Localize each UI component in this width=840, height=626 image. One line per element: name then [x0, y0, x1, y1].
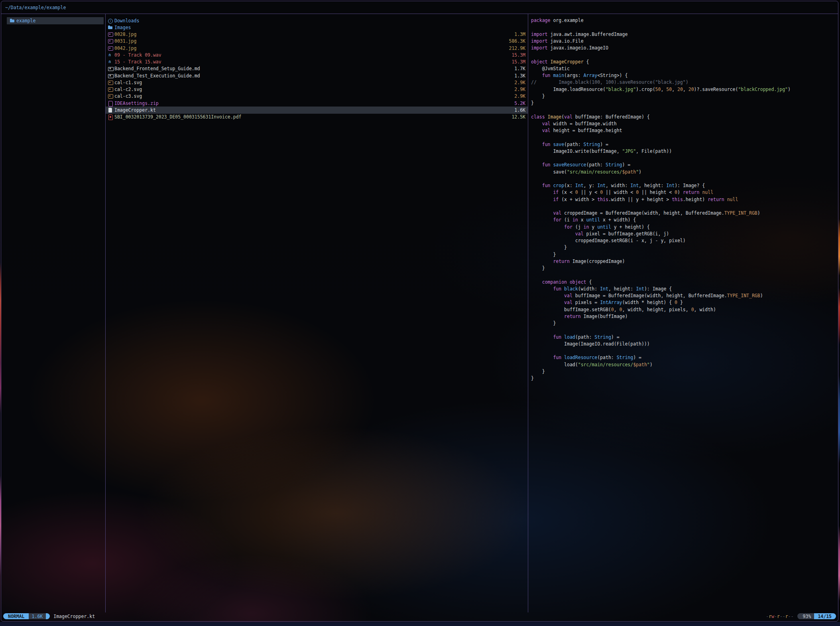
code-line: val pixel = buffImage.getRGB(i, j) — [531, 231, 836, 237]
position-indicator: 14/15 — [814, 613, 836, 619]
code-line: package org.example — [531, 17, 836, 24]
pill-cap-icon — [797, 613, 801, 619]
download-icon — [108, 18, 114, 23]
file-name: IDEAsettings.zip — [114, 101, 159, 106]
code-line: @JvmStatic — [531, 65, 836, 72]
terminal-window: ~/Data/example/example example Downloads… — [1, 1, 838, 622]
code-line: croppedImage.setRGB(i - x, j - y, pixel) — [531, 237, 836, 244]
file-size: 1.6K — [511, 107, 525, 113]
file-row[interactable]: Backend_Frontend_Setup_Guide.md1.7K — [106, 65, 528, 72]
file-row[interactable]: cal-c1.svg2.9K — [106, 79, 528, 86]
bottom-strip — [0, 622, 840, 626]
code-line: fun crop(x: Int, y: Int, width: Int, hei… — [531, 182, 836, 189]
code-line: return Image(buffImage) — [531, 313, 836, 320]
file-row[interactable]: ImageCropper.kt1.6K — [106, 107, 528, 113]
file-row[interactable]: Downloads — [106, 17, 528, 24]
audio-icon — [108, 59, 114, 64]
code-line: } — [531, 375, 836, 382]
file-row[interactable]: Backend_Test_Execution_Guide.md1.3K — [106, 72, 528, 79]
code-line: } — [531, 320, 836, 327]
code-line: import javax.imageio.ImageIO — [531, 45, 836, 51]
image-icon — [108, 94, 114, 99]
code-line: } — [531, 93, 836, 100]
permissions: -rw-r--r-- — [766, 614, 793, 619]
markdown-icon — [108, 73, 114, 78]
code-line: object ImageCropper { — [531, 59, 836, 65]
preview-pane[interactable]: package org.example import java.awt.imag… — [528, 14, 838, 612]
file-size: 2.9K — [511, 80, 525, 85]
mode-pill: NORMAL 1.6K — [3, 613, 50, 619]
code-line: class Image(val buffImage: BufferedImage… — [531, 114, 836, 120]
file-row[interactable]: cal-c3.svg2.9K — [106, 93, 528, 100]
code-line: if (x < 0 || y < 0 || width < 0 || heigh… — [531, 189, 836, 196]
pdf-icon — [108, 115, 114, 119]
folder-icon — [10, 18, 16, 23]
file-row[interactable]: SBI_0032013739_2023_DE05_0003155631Invoi… — [106, 114, 528, 120]
parent-pane[interactable]: example — [1, 14, 106, 612]
file-name: 0028.jpg — [114, 32, 136, 37]
file-row[interactable]: cal-c2.svg2.9K — [106, 86, 528, 93]
image-icon — [108, 87, 114, 92]
file-name: SBI_0032013739_2023_DE05_0003155631Invoi… — [114, 114, 242, 120]
file-name: cal-c2.svg — [114, 87, 142, 92]
file-row[interactable]: 15 - Track 15.wav15.3M — [106, 59, 528, 65]
code-line: if (x + width > this.width || y + height… — [531, 196, 836, 203]
file-size-badge: 1.6K — [29, 613, 46, 619]
code-line: fun loadResource(path: String) = — [531, 354, 836, 361]
code-line: } — [531, 100, 836, 107]
position-pill: 93% 14/15 — [797, 613, 836, 619]
file-name: cal-c3.svg — [114, 93, 142, 99]
file-size: 1.3K — [511, 73, 525, 79]
code-line: val buffImage = BufferedImage(width, hei… — [531, 292, 836, 299]
code-line: fun main(args: Array<String>) { — [531, 72, 836, 79]
file-size: 15.3M — [508, 59, 525, 65]
title-bar: ~/Data/example/example — [1, 1, 838, 14]
panes: example DownloadsImages0028.jpg1.3M0031.… — [1, 14, 838, 612]
file-size: 2.9K — [511, 93, 525, 99]
file-row[interactable]: Images — [106, 24, 528, 31]
code-line: import java.awt.image.BufferedImage — [531, 31, 836, 38]
file-icon — [108, 108, 114, 113]
file-row[interactable]: 0042.jpg212.9K — [106, 45, 528, 51]
file-name: 0031.jpg — [114, 38, 136, 44]
code-line: fun save(path: String) = — [531, 141, 836, 148]
code-line: Image(ImageIO.read(File(path))) — [531, 341, 836, 348]
code-line — [531, 24, 836, 31]
file-size: 5.2K — [511, 101, 525, 106]
code-line — [531, 348, 836, 354]
audio-icon — [108, 53, 114, 57]
archive-icon — [108, 101, 114, 106]
file-name: 0042.jpg — [114, 45, 136, 51]
code-line: } — [531, 251, 836, 258]
file-row[interactable]: 0031.jpg586.3K — [106, 38, 528, 45]
code-line: Image.loadResource("black.jpg").crop(50,… — [531, 86, 836, 93]
file-row[interactable]: 09 - Track 09.wav15.3M — [106, 51, 528, 58]
code-line — [531, 51, 836, 58]
image-icon — [108, 32, 114, 37]
code-line: for (i in x until x + width) { — [531, 217, 836, 223]
image-icon — [108, 46, 114, 51]
file-size: 1.3M — [511, 32, 525, 37]
file-name: Images — [114, 25, 131, 30]
file-name: Backend_Test_Execution_Guide.md — [114, 73, 200, 79]
code-line: // Image.black(100, 100).saveResource("b… — [531, 79, 836, 86]
code-line: for (j in y until y + height) { — [531, 224, 836, 231]
status-bar: NORMAL 1.6K ImageCropper.kt -rw-r--r-- 9… — [1, 612, 838, 621]
file-size: 2.9K — [511, 87, 525, 92]
code-line: fun black(width: Int, height: Int): Imag… — [531, 286, 836, 292]
code-line: buffImage.setRGB(0, 0, width, height, pi… — [531, 306, 836, 313]
file-size: 1.7K — [511, 66, 525, 71]
image-icon — [108, 39, 114, 43]
code-line: } — [531, 244, 836, 251]
file-row[interactable]: IDEAsettings.zip5.2K — [106, 100, 528, 107]
file-list[interactable]: DownloadsImages0028.jpg1.3M0031.jpg586.3… — [106, 14, 528, 612]
screen: ~/Data/example/example example Downloads… — [0, 0, 840, 626]
file-size: 212.9K — [506, 45, 525, 51]
file-row[interactable]: 0028.jpg1.3M — [106, 31, 528, 38]
file-name: Downloads — [114, 18, 139, 24]
code-line: } — [531, 368, 836, 375]
file-size: 15.3M — [508, 52, 525, 58]
wallpaper-edge-right — [838, 0, 840, 626]
mode-badge: NORMAL — [3, 613, 29, 619]
tree-item[interactable]: example — [7, 17, 104, 24]
